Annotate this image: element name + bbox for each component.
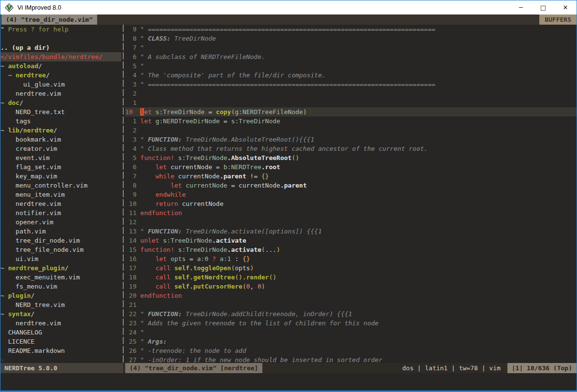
token: let — [140, 117, 151, 125]
tree-item[interactable]: notifier.vim — [0, 208, 121, 218]
code-line[interactable]: 19 call self.putCursorHere(0, 0) — [125, 282, 577, 291]
tree-item[interactable]: exec_menuitem.vim — [0, 273, 121, 282]
tree-item[interactable]: LICENCE — [0, 337, 121, 346]
code-line[interactable]: 27 " -inOrder: 1 if the new node should … — [125, 355, 577, 363]
close-icon[interactable]: ✕ — [554, 0, 577, 15]
token: currentNode — [186, 182, 227, 189]
tree-item[interactable]: path.vim — [0, 227, 121, 236]
tree-item[interactable]: ~ nerdtree/ — [0, 71, 121, 80]
tree-item[interactable] — [0, 34, 121, 43]
token: a:1 — [220, 255, 231, 262]
tree-item[interactable]: " Press ? for help — [0, 25, 121, 34]
tree-item[interactable]: opener.vim — [0, 218, 121, 227]
line-number: 7 — [125, 44, 140, 51]
line-number: 15 — [125, 246, 140, 253]
tree-item[interactable]: tree_dir_node.vim — [0, 236, 121, 245]
code-line[interactable]: 7 " — [125, 43, 577, 52]
code-line[interactable]: 8 " CLASS: TreeDirNode — [125, 34, 577, 43]
code-line[interactable]: 6 let currentNode = b:NERDTree.root — [125, 162, 577, 172]
tab-active-buffer[interactable]: (4) "tree_dir_node.vim" — [1, 15, 97, 25]
tree-item[interactable]: key_map.vim — [0, 172, 121, 181]
tree-item[interactable]: ~ lib/nerdtree/ — [0, 126, 121, 135]
tree-item[interactable]: menu_item.vim — [0, 190, 121, 199]
code-line[interactable]: 18 call self.getNerdtree().render() — [125, 273, 577, 282]
code-line[interactable]: 22 " FUNCTION: TreeDirNode.addChild(tree… — [125, 309, 577, 319]
line-number: 22 — [125, 310, 140, 318]
code-line[interactable]: 16 let opts = a:0 ? a:1 : {} — [125, 254, 577, 263]
code-line[interactable]: 21 — [125, 300, 577, 309]
line-number: 10 — [125, 200, 140, 207]
code-line[interactable]: 2 — [125, 89, 577, 98]
code-line[interactable]: 2 — [125, 126, 577, 135]
tree-item[interactable]: bookmark.vim — [0, 135, 121, 144]
token: " — [140, 310, 148, 318]
code-line[interactable]: 15 function! s:TreeDirNode.activate(...) — [125, 245, 577, 254]
token: " — [140, 62, 144, 70]
code-line[interactable]: 14 unlet s:TreeDirNode.activate — [125, 236, 577, 245]
tree-item[interactable]: tree_file_node.vim — [0, 245, 121, 254]
tree-item[interactable]: ~ nerdtree_plugin/ — [0, 263, 121, 273]
code-line[interactable]: 4 " Class method that returns the highes… — [125, 144, 577, 153]
tree-item[interactable]: NERD_tree.txt — [0, 107, 121, 116]
window-split-separator[interactable] — [121, 25, 125, 363]
code-line[interactable]: 8 let currentNode = currentNode.parent — [125, 181, 577, 190]
tree-item[interactable]: nerdtree.vim — [0, 199, 121, 208]
tree-item[interactable]: nerdtree.vim — [0, 89, 121, 98]
tree-item[interactable]: ~ autoload/ — [0, 61, 121, 71]
tree-item[interactable]: ~ — [0, 355, 121, 363]
tree-item[interactable]: ui_glue.vim — [0, 80, 121, 89]
code-line[interactable]: 6 " A subclass of NERDTreeFileNode. — [125, 52, 577, 61]
code-line[interactable]: 26 " -treenode: the node to add — [125, 346, 577, 355]
token: : — [231, 255, 242, 262]
code-line[interactable]: 3 " FUNCTION: TreeDirNode.AbsoluteTreeRo… — [125, 135, 577, 144]
code-line[interactable]: 12 — [125, 218, 577, 227]
code-line[interactable]: 5 function! s:TreeDirNode.AbsoluteTreeRo… — [125, 153, 577, 162]
code-line[interactable]: 13 " FUNCTION: TreeDirNode.activate([opt… — [125, 227, 577, 236]
maximize-icon[interactable]: □ — [532, 0, 554, 15]
code-line[interactable]: 7 while currentNode.parent != {} — [125, 172, 577, 181]
code-line[interactable]: 9 " ====================================… — [125, 25, 577, 34]
tree-item[interactable]: README.markdown — [0, 346, 121, 355]
command-line[interactable] — [0, 373, 577, 391]
line-number: 17 — [125, 264, 140, 272]
buffers-label-tab[interactable]: BUFFERS — [539, 15, 577, 25]
code-line[interactable]: 1 let g:NERDTreeDirNode = s:TreeDirNode — [125, 116, 577, 126]
tree-item[interactable]: CHANGELOG — [0, 328, 121, 337]
code-line-cursor[interactable]: 10 let s:TreeDirNode = copy(g:NERDTreeFi… — [125, 107, 577, 116]
tree-item[interactable]: nerdtree.vim — [0, 319, 121, 328]
token: () — [291, 154, 299, 161]
code-line[interactable]: 20 endfunction — [125, 291, 577, 300]
token: path.vim — [0, 228, 46, 235]
code-line[interactable]: 10 return currentNode — [125, 199, 577, 208]
tree-item[interactable]: ~ doc/ — [0, 98, 121, 107]
token: ) — [261, 283, 265, 290]
code-line[interactable]: 25 " Args: — [125, 337, 577, 346]
code-line[interactable]: 3 " ====================================… — [125, 80, 577, 89]
token — [174, 154, 178, 161]
tree-item[interactable]: NERD_tree.vim — [0, 300, 121, 309]
code-line[interactable]: 5 " — [125, 61, 577, 71]
code-line[interactable]: 9 endwhile — [125, 190, 577, 199]
tree-item[interactable]: creator.vim — [0, 144, 121, 153]
tree-item[interactable]: .. (up a dir) — [0, 43, 121, 52]
code-line[interactable]: 1 — [125, 98, 577, 107]
tree-item[interactable]: flag_set.vim — [0, 162, 121, 172]
token: plugin — [8, 292, 31, 299]
minimize-icon[interactable]: ─ — [510, 0, 532, 15]
code-line[interactable]: 11 endfunction — [125, 208, 577, 218]
tree-item[interactable]: tags — [0, 116, 121, 126]
line-number: 6 — [125, 163, 140, 171]
code-line[interactable]: 23 " Adds the given treenode to the list… — [125, 319, 577, 328]
token: b:NERDTree — [224, 163, 261, 171]
tree-item[interactable]: fs_menu.vim — [0, 282, 121, 291]
tree-item[interactable]: ~ plugin/ — [0, 291, 121, 300]
tree-item[interactable]: ui.vim — [0, 254, 121, 263]
tree-root-item[interactable]: </vimfiles/bundle/nerdtree/ — [0, 52, 121, 61]
tree-item[interactable]: event.vim — [0, 153, 121, 162]
code-line[interactable]: 24 " — [125, 328, 577, 337]
tree-item[interactable]: menu_controller.vim — [0, 181, 121, 190]
code-line[interactable]: 17 call self.toggleOpen(opts) — [125, 263, 577, 273]
code-line[interactable]: 4 " The 'composite' part of the file/dir… — [125, 71, 577, 80]
token: " — [140, 44, 144, 51]
tree-item[interactable]: ~ syntax/ — [0, 309, 121, 319]
